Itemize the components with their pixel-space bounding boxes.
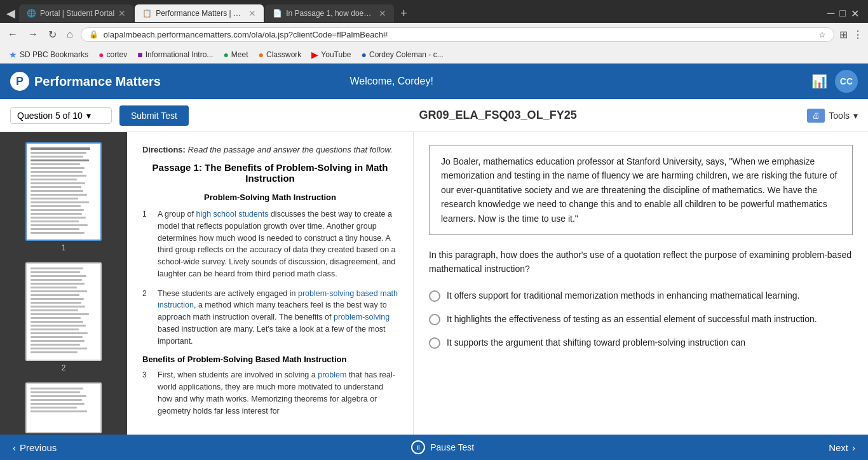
thumb-line bbox=[31, 205, 81, 207]
answer-label-c: It supports the argument that shifting t… bbox=[447, 336, 745, 349]
thumbnail-1[interactable]: 1 bbox=[5, 142, 122, 252]
radio-c[interactable] bbox=[429, 337, 440, 349]
next-button[interactable]: Next › bbox=[829, 442, 855, 453]
highlight-4: problem bbox=[318, 370, 346, 379]
main-content: 1 bbox=[0, 132, 868, 435]
maximize-button[interactable]: □ bbox=[839, 8, 846, 20]
section2-title: Benefits of Problem-Solving Based Math I… bbox=[142, 355, 398, 364]
bookmark-sdpbc[interactable]: ★ SD PBC Bookmarks bbox=[5, 48, 92, 61]
question-text: In this paragraph, how does the author's… bbox=[429, 248, 853, 276]
thumb-lines-3 bbox=[27, 384, 100, 416]
test-header: Question 5 of 10 ▾ Submit Test GR09_ELA_… bbox=[0, 99, 868, 132]
tab-passage[interactable]: 📄 In Passage 1, how does the au... ✕ bbox=[265, 4, 394, 22]
logo-p-letter: P bbox=[16, 75, 24, 88]
thumb-line bbox=[31, 182, 85, 184]
url-text: olapalmbeach.performancematters.com/ola/… bbox=[104, 30, 813, 39]
thumb-line bbox=[31, 171, 83, 173]
back-button[interactable]: ← bbox=[5, 27, 20, 41]
thumb-line bbox=[31, 328, 79, 330]
thumb-img-2 bbox=[25, 262, 102, 361]
question-selector[interactable]: Question 5 of 10 ▾ bbox=[10, 107, 112, 124]
thumb-lines-2 bbox=[27, 264, 100, 357]
thumb-line bbox=[31, 317, 81, 319]
answer-option-a[interactable]: It offers support for traditional memori… bbox=[429, 289, 853, 302]
directions-bold: Directions: bbox=[142, 145, 186, 154]
browser-chrome: ◀ 🌐 Portal | Student Portal ✕ 📋 Performa… bbox=[0, 0, 868, 64]
thumb-line bbox=[31, 313, 89, 315]
thumb-line bbox=[31, 186, 81, 188]
tab-performance-matters[interactable]: 📋 Performance Matters | OLA ✕ bbox=[135, 4, 264, 22]
bookmark-star-icon[interactable]: ☆ bbox=[818, 30, 826, 39]
thumb-line bbox=[31, 209, 84, 211]
test-id: GR09_ELA_FSQ03_OL_FY25 bbox=[419, 109, 577, 122]
new-tab-button[interactable]: + bbox=[395, 7, 412, 20]
tab-student-portal[interactable]: 🌐 Portal | Student Portal ✕ bbox=[19, 4, 133, 22]
thumb-line bbox=[31, 306, 85, 308]
tools-button[interactable]: 🖨 Tools ▾ bbox=[807, 109, 858, 123]
question-panel: Jo Boaler, mathematics education profess… bbox=[413, 132, 868, 435]
radio-b[interactable] bbox=[429, 314, 440, 325]
thumbnail-3[interactable] bbox=[5, 382, 122, 433]
minimize-button[interactable]: ─ bbox=[827, 8, 834, 20]
blockquote-box: Jo Boaler, mathematics education profess… bbox=[429, 145, 853, 235]
app-name: Performance Matters bbox=[34, 74, 161, 89]
address-bar[interactable]: 🔒 olapalmbeach.performancematters.com/ol… bbox=[81, 27, 834, 42]
thumb-line bbox=[31, 391, 80, 393]
home-button[interactable]: ⌂ bbox=[64, 27, 76, 41]
footer: ‹ Previous ⏸ Pause Test Next › bbox=[0, 435, 868, 460]
tab-back-btn[interactable]: ◀ bbox=[4, 6, 18, 20]
thumb-line bbox=[31, 287, 77, 288]
bookmark-classwork[interactable]: ● Classwork bbox=[255, 48, 306, 61]
thumb-line bbox=[31, 147, 90, 150]
forward-button[interactable]: → bbox=[25, 27, 41, 41]
chart-icon[interactable]: 📊 bbox=[811, 74, 827, 89]
thumb-line bbox=[31, 388, 83, 389]
next-label: Next bbox=[829, 442, 848, 453]
answer-options: It offers support for traditional memori… bbox=[429, 289, 853, 349]
passage-title: Passage 1: The Benefits of Problem-Solvi… bbox=[142, 162, 398, 184]
tab-close-portal[interactable]: ✕ bbox=[118, 8, 126, 18]
avatar[interactable]: CC bbox=[835, 70, 858, 93]
close-window-button[interactable]: ✕ bbox=[851, 8, 859, 20]
bookmark-cordey[interactable]: ● Cordey Coleman - c... bbox=[358, 48, 447, 61]
thumb-line bbox=[31, 321, 83, 323]
window-controls: ─ □ ✕ bbox=[827, 8, 864, 20]
bookmark-youtube[interactable]: ▶ YouTube bbox=[308, 48, 355, 61]
app-logo: P Performance Matters bbox=[10, 72, 161, 91]
refresh-button[interactable]: ↻ bbox=[46, 27, 59, 42]
header-right: 📊 CC bbox=[811, 70, 858, 93]
para-text-3: First, when students are involved in sol… bbox=[158, 369, 398, 417]
bookmark-cortev[interactable]: ● cortev bbox=[95, 48, 131, 61]
pause-test-button[interactable]: ⏸ Pause Test bbox=[411, 440, 474, 454]
app-header: P Performance Matters Welcome, Cordey! 📊… bbox=[0, 64, 868, 99]
thumbnail-2[interactable]: 2 bbox=[5, 262, 122, 372]
previous-label: Previous bbox=[20, 442, 57, 453]
thumb-line bbox=[31, 290, 87, 292]
thumb-line bbox=[31, 198, 78, 200]
bookmark-label-cordey: Cordey Coleman - c... bbox=[369, 50, 444, 59]
tab-close-pm[interactable]: ✕ bbox=[248, 8, 256, 18]
menu-icon[interactable]: ⋮ bbox=[853, 29, 863, 41]
paragraph-2: 2 These students are actively engaged in… bbox=[142, 288, 398, 348]
tab-label-portal: Portal | Student Portal bbox=[40, 9, 114, 18]
thumb-line bbox=[31, 275, 86, 277]
answer-option-c[interactable]: It supports the argument that shifting t… bbox=[429, 336, 853, 349]
tools-icon: 🖨 bbox=[807, 109, 825, 123]
thumb-line bbox=[31, 213, 82, 215]
previous-button[interactable]: ‹ Previous bbox=[13, 442, 57, 453]
extensions-icon[interactable]: ⊞ bbox=[839, 29, 848, 41]
radio-a[interactable] bbox=[429, 290, 440, 302]
submit-test-button[interactable]: Submit Test bbox=[119, 105, 189, 126]
tab-close-passage[interactable]: ✕ bbox=[379, 8, 386, 18]
thumb-line bbox=[31, 267, 83, 269]
tab-label-pm: Performance Matters | OLA bbox=[156, 9, 245, 18]
thumb-line bbox=[31, 156, 83, 158]
highlight-3: problem-solving bbox=[334, 313, 390, 321]
answer-option-b[interactable]: It highlights the effectiveness of testi… bbox=[429, 313, 853, 326]
bookmark-informational[interactable]: ■ Informational Intro... bbox=[133, 48, 217, 61]
thumb-line bbox=[31, 159, 89, 161]
thumb-img-3 bbox=[25, 382, 102, 433]
bookmark-meet[interactable]: ● Meet bbox=[219, 48, 252, 61]
thumb-num-1: 1 bbox=[62, 243, 66, 252]
thumb-line bbox=[31, 348, 87, 349]
